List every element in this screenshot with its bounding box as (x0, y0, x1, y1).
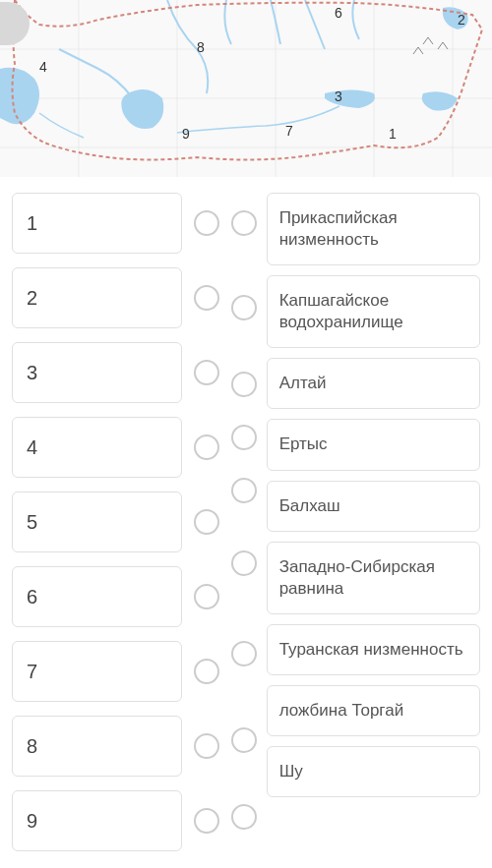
left-connector-4[interactable] (194, 434, 219, 460)
map-number-4: 4 (39, 59, 47, 75)
right-connector-6[interactable] (231, 550, 257, 576)
number-box-8[interactable]: 8 (12, 716, 182, 777)
left-connector-8[interactable] (194, 733, 219, 759)
answer-box-7[interactable]: ложбина Торгай (267, 685, 480, 736)
map-container: 12346789 (0, 0, 492, 177)
numbers-column: 123456789 (12, 193, 182, 851)
map-number-9: 9 (182, 126, 190, 142)
answer-box-4[interactable]: Балхаш (267, 481, 480, 532)
number-box-1[interactable]: 1 (12, 193, 182, 254)
number-box-3[interactable]: 3 (12, 342, 182, 403)
left-connector-3[interactable] (194, 360, 219, 385)
number-box-7[interactable]: 7 (12, 641, 182, 702)
left-connector-6[interactable] (194, 584, 219, 609)
number-box-6[interactable]: 6 (12, 566, 182, 627)
map-number-3: 3 (335, 88, 342, 104)
map-number-6: 6 (335, 5, 342, 21)
left-connector-1[interactable] (194, 210, 219, 236)
right-connector-4[interactable] (231, 425, 257, 450)
map-number-2: 2 (458, 12, 465, 28)
answer-box-5[interactable]: Западно-Сибирская равнина (267, 542, 480, 614)
connectors-area (194, 193, 255, 851)
answer-box-0[interactable]: Прикаспийская низменность (267, 193, 480, 265)
number-box-5[interactable]: 5 (12, 492, 182, 552)
right-connector-9[interactable] (231, 804, 257, 830)
answer-box-3[interactable]: Ертыс (267, 419, 480, 470)
left-connector-2[interactable] (194, 285, 219, 311)
map-image (0, 0, 492, 177)
answer-box-1[interactable]: Капшагайское водохранилище (267, 275, 480, 348)
number-box-4[interactable]: 4 (12, 417, 182, 478)
number-box-2[interactable]: 2 (12, 267, 182, 328)
right-connector-7[interactable] (231, 641, 257, 666)
matching-exercise: 123456789 Прикаспийская низменностьКапша… (0, 177, 492, 867)
answer-box-2[interactable]: Алтай (267, 358, 480, 409)
answer-box-6[interactable]: Туранская низменность (267, 624, 480, 675)
number-box-9[interactable]: 9 (12, 790, 182, 851)
right-connector-1[interactable] (231, 210, 257, 236)
left-connector-7[interactable] (194, 659, 219, 684)
right-connector-5[interactable] (231, 478, 257, 503)
map-number-1: 1 (389, 126, 397, 142)
right-connector-3[interactable] (231, 372, 257, 397)
map-number-7: 7 (285, 123, 293, 139)
left-connector-5[interactable] (194, 509, 219, 535)
right-connector-8[interactable] (231, 727, 257, 753)
answers-column: Прикаспийская низменностьКапшагайское во… (267, 193, 480, 851)
left-connector-9[interactable] (194, 808, 219, 834)
map-number-8: 8 (197, 39, 205, 55)
right-connector-2[interactable] (231, 295, 257, 320)
answer-box-8[interactable]: Шу (267, 746, 480, 797)
